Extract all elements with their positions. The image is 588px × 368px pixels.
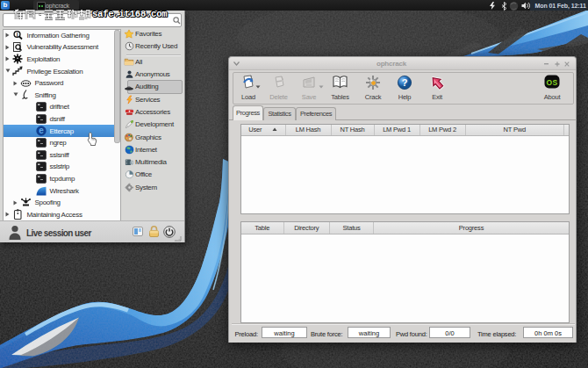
svg-text:e: e bbox=[39, 126, 44, 135]
svg-text:?: ? bbox=[402, 77, 408, 88]
svg-text:OS: OS bbox=[547, 78, 558, 87]
